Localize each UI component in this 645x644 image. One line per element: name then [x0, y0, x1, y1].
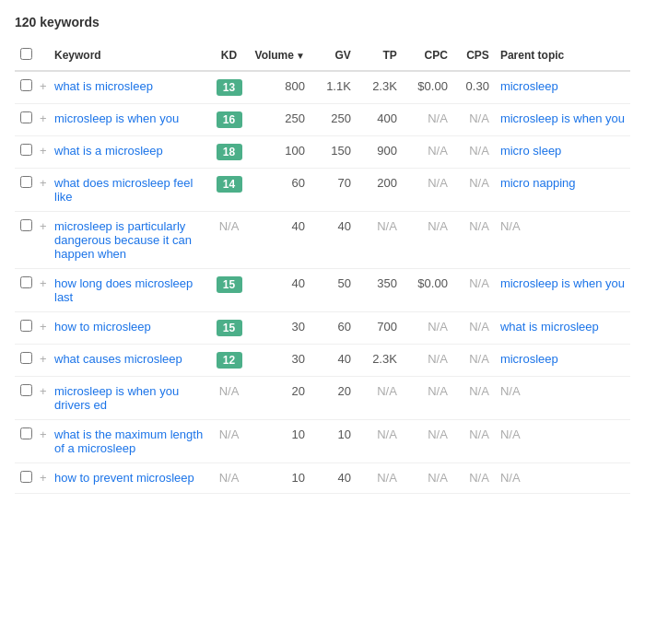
header-keyword: Keyword — [49, 41, 209, 71]
row-checkbox-cell[interactable] — [15, 71, 34, 104]
parent-topic-link[interactable]: microsleep is when you — [500, 111, 625, 125]
parent-topic-cell[interactable]: microsleep — [495, 345, 630, 377]
parent-topic-link[interactable]: microsleep — [500, 352, 558, 366]
table-row: +how to microsleep153060700N/AN/Awhat is… — [15, 312, 630, 345]
parent-topic-cell[interactable]: what is microsleep — [495, 312, 630, 345]
row-checkbox-cell[interactable] — [15, 420, 34, 463]
row-checkbox-cell[interactable] — [15, 377, 34, 420]
add-keyword-button[interactable]: + — [34, 71, 49, 104]
cps-cell: N/A — [453, 269, 495, 312]
gv-cell: 40 — [311, 212, 357, 269]
keyword-cell[interactable]: microsleep is when you — [49, 104, 209, 136]
add-keyword-button[interactable]: + — [34, 312, 49, 345]
add-keyword-button[interactable]: + — [34, 463, 49, 494]
add-keyword-button[interactable]: + — [34, 169, 49, 212]
table-row: +microsleep is when you drivers edN/A202… — [15, 377, 630, 420]
add-keyword-button[interactable]: + — [34, 377, 49, 420]
gv-cell: 60 — [311, 312, 357, 345]
table-row: +microsleep is particularly dangerous be… — [15, 212, 630, 269]
parent-topic-cell[interactable]: micro sleep — [495, 136, 630, 169]
table-row: +microsleep is when you16250250400N/AN/A… — [15, 104, 630, 136]
header-gv: GV — [311, 41, 357, 71]
parent-topic-cell[interactable]: micro napping — [495, 169, 630, 212]
add-keyword-button[interactable]: + — [34, 345, 49, 377]
row-checkbox[interactable] — [20, 320, 32, 332]
gv-cell: 70 — [311, 169, 357, 212]
row-checkbox[interactable] — [20, 111, 32, 123]
row-checkbox-cell[interactable] — [15, 212, 34, 269]
keyword-cell[interactable]: microsleep is when you drivers ed — [49, 377, 209, 420]
select-all-checkbox-cell[interactable] — [15, 41, 34, 71]
table-row: +what is the maximum length of a microsl… — [15, 420, 630, 463]
cpc-cell: N/A — [403, 212, 453, 269]
row-checkbox-cell[interactable] — [15, 269, 34, 312]
keyword-cell[interactable]: how to microsleep — [49, 312, 209, 345]
row-checkbox[interactable] — [20, 176, 32, 188]
sort-arrow-icon: ▼ — [296, 51, 305, 61]
row-checkbox-cell[interactable] — [15, 104, 34, 136]
parent-topic-link[interactable]: micro sleep — [500, 144, 561, 158]
gv-cell: 50 — [311, 269, 357, 312]
parent-topic-cell: N/A — [495, 377, 630, 420]
add-keyword-button[interactable]: + — [34, 212, 49, 269]
row-checkbox[interactable] — [20, 276, 32, 288]
parent-topic-cell[interactable]: microsleep — [495, 71, 630, 104]
keyword-link[interactable]: what does microsleep feel like — [54, 176, 193, 204]
row-checkbox-cell[interactable] — [15, 169, 34, 212]
keyword-link[interactable]: how to microsleep — [54, 320, 151, 334]
kd-cell: N/A — [209, 420, 250, 463]
table-row: +what is microsleep138001.1K2.3K$0.000.3… — [15, 71, 630, 104]
row-checkbox-cell[interactable] — [15, 312, 34, 345]
volume-cell: 60 — [250, 169, 311, 212]
parent-topic-link[interactable]: what is microsleep — [500, 320, 599, 334]
kd-na: N/A — [219, 471, 240, 485]
kd-cell: 16 — [209, 104, 250, 136]
keyword-link[interactable]: how to prevent microsleep — [54, 471, 194, 485]
row-checkbox[interactable] — [20, 144, 32, 156]
row-checkbox[interactable] — [20, 352, 32, 364]
keyword-cell[interactable]: what causes microsleep — [49, 345, 209, 377]
volume-cell: 40 — [250, 269, 311, 312]
cpc-cell: N/A — [403, 169, 453, 212]
row-checkbox[interactable] — [20, 427, 32, 439]
keyword-link[interactable]: microsleep is when you drivers ed — [54, 384, 179, 412]
tp-cell: 350 — [357, 269, 403, 312]
keyword-cell[interactable]: what is the maximum length of a microsle… — [49, 420, 209, 463]
add-keyword-button[interactable]: + — [34, 420, 49, 463]
row-checkbox[interactable] — [20, 471, 32, 483]
cpc-cell: N/A — [403, 420, 453, 463]
keyword-link[interactable]: microsleep is particularly dangerous bec… — [54, 219, 192, 261]
tp-cell: N/A — [357, 377, 403, 420]
parent-topic-cell[interactable]: microsleep is when you — [495, 269, 630, 312]
row-checkbox-cell[interactable] — [15, 463, 34, 494]
keyword-cell[interactable]: what is microsleep — [49, 71, 209, 104]
keyword-link[interactable]: how long does microsleep last — [54, 276, 193, 304]
add-keyword-button[interactable]: + — [34, 269, 49, 312]
row-checkbox[interactable] — [20, 219, 32, 231]
keyword-cell[interactable]: what is a microsleep — [49, 136, 209, 169]
select-all-checkbox[interactable] — [20, 48, 32, 60]
row-checkbox[interactable] — [20, 79, 32, 91]
parent-topic-link[interactable]: microsleep — [500, 79, 558, 93]
add-keyword-button[interactable]: + — [34, 136, 49, 169]
header-volume[interactable]: Volume▼ — [250, 41, 311, 71]
keyword-link[interactable]: what is microsleep — [54, 79, 153, 93]
keyword-cell[interactable]: how long does microsleep last — [49, 269, 209, 312]
kd-badge: 13 — [217, 79, 242, 96]
keyword-link[interactable]: what is a microsleep — [54, 144, 163, 158]
parent-topic-link[interactable]: micro napping — [500, 176, 576, 190]
keyword-link[interactable]: microsleep is when you — [54, 111, 179, 125]
add-keyword-button[interactable]: + — [34, 104, 49, 136]
parent-topic-cell[interactable]: microsleep is when you — [495, 104, 630, 136]
gv-cell: 250 — [311, 104, 357, 136]
keyword-cell[interactable]: microsleep is particularly dangerous bec… — [49, 212, 209, 269]
parent-topic-link[interactable]: microsleep is when you — [500, 276, 625, 290]
row-checkbox[interactable] — [20, 384, 32, 396]
keyword-cell[interactable]: how to prevent microsleep — [49, 463, 209, 494]
row-checkbox-cell[interactable] — [15, 136, 34, 169]
table-row: +how to prevent microsleepN/A1040N/AN/AN… — [15, 463, 630, 494]
keyword-cell[interactable]: what does microsleep feel like — [49, 169, 209, 212]
keyword-link[interactable]: what causes microsleep — [54, 352, 182, 366]
keyword-link[interactable]: what is the maximum length of a microsle… — [54, 427, 203, 455]
row-checkbox-cell[interactable] — [15, 345, 34, 377]
